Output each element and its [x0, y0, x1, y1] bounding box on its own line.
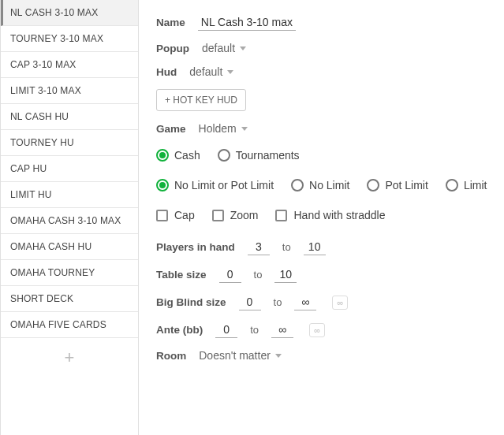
room-dropdown[interactable]: Doesn't matter — [199, 349, 282, 362]
radio-label: Cash — [174, 149, 200, 162]
radio-option[interactable]: Cash — [156, 149, 200, 162]
players-to-input[interactable] — [304, 239, 326, 255]
hotkey-hud-button[interactable]: + HOT KEY HUD — [156, 89, 246, 111]
chevron-down-icon — [240, 46, 246, 50]
sidebar-item[interactable]: OMAHA TOURNEY — [1, 260, 138, 286]
main-content: Name NL Cash 3-10 max Popup default Hud … — [139, 0, 504, 435]
radio-label: No Limit or Pot Limit — [174, 179, 274, 191]
limit-radio-group: No Limit or Pot LimitNo LimitPot LimitLi… — [156, 179, 498, 191]
checkbox-option[interactable]: Hand with straddle — [275, 209, 385, 221]
name-input[interactable]: NL Cash 3-10 max — [198, 14, 296, 31]
game-value: Holdem — [199, 122, 237, 135]
game-dropdown[interactable]: Holdem — [199, 122, 248, 135]
radio-option[interactable]: No Limit — [291, 179, 349, 191]
to-text: to — [274, 296, 282, 308]
sidebar-item[interactable]: SHORT DECK — [1, 286, 138, 312]
checkbox-option[interactable]: Cap — [156, 209, 195, 221]
hud-value: default — [189, 65, 222, 78]
sidebar-item[interactable]: NL CASH 3-10 MAX — [1, 0, 138, 26]
table-size-label: Table size — [156, 269, 207, 281]
checkbox-icon — [275, 210, 287, 221]
bb-to-input[interactable] — [294, 294, 316, 310]
game-label: Game — [156, 123, 186, 135]
bb-from-input[interactable] — [239, 294, 261, 310]
flags-checkbox-group: CapZoomHand with straddle — [156, 209, 498, 221]
sidebar-item[interactable]: OMAHA FIVE CARDS — [1, 312, 138, 338]
popup-value: default — [202, 42, 235, 54]
type-radio-group: CashTournaments — [156, 149, 498, 162]
radio-option[interactable]: Pot Limit — [367, 179, 427, 191]
infinity-button[interactable]: ∞ — [309, 323, 325, 337]
radio-icon — [446, 179, 458, 191]
name-label: Name — [156, 17, 185, 28]
hud-dropdown[interactable]: default — [189, 65, 233, 78]
popup-dropdown[interactable]: default — [202, 42, 246, 54]
radio-icon — [218, 149, 230, 162]
table-from-input[interactable] — [219, 266, 241, 283]
radio-option[interactable]: No Limit or Pot Limit — [156, 179, 274, 191]
sidebar: NL CASH 3-10 MAXTOURNEY 3-10 MAXCAP 3-10… — [0, 0, 139, 435]
radio-icon — [156, 179, 169, 191]
checkbox-icon — [212, 210, 224, 221]
hud-label: Hud — [156, 66, 177, 78]
radio-icon — [367, 179, 379, 191]
sidebar-item[interactable]: OMAHA CASH HU — [1, 234, 138, 260]
chevron-down-icon — [275, 354, 282, 358]
to-text: to — [250, 324, 259, 336]
to-text: to — [282, 241, 291, 253]
radio-option[interactable]: Tournaments — [218, 149, 300, 162]
add-profile-button[interactable]: + — [1, 338, 138, 377]
checkbox-label: Cap — [174, 209, 195, 221]
players-label: Players in hand — [156, 241, 235, 253]
chevron-down-icon — [241, 127, 248, 131]
room-value: Doesn't matter — [199, 349, 271, 362]
table-to-input[interactable] — [274, 266, 297, 283]
radio-icon — [291, 179, 304, 191]
sidebar-item[interactable]: CAP 3-10 MAX — [1, 52, 138, 78]
sidebar-item[interactable]: CAP HU — [1, 156, 138, 182]
ante-from-input[interactable] — [215, 322, 237, 338]
sidebar-item[interactable]: TOURNEY HU — [1, 130, 138, 156]
radio-label: Pot Limit — [385, 179, 427, 191]
sidebar-item[interactable]: LIMIT HU — [1, 182, 138, 208]
popup-label: Popup — [156, 43, 189, 54]
ante-label: Ante (bb) — [156, 324, 203, 336]
chevron-down-icon — [227, 70, 233, 74]
radio-label: Limit — [464, 179, 487, 191]
sidebar-item[interactable]: LIMIT 3-10 MAX — [1, 78, 138, 104]
room-label: Room — [156, 350, 186, 362]
bb-size-label: Big Blind size — [156, 296, 226, 308]
checkbox-label: Hand with straddle — [293, 209, 385, 221]
radio-icon — [156, 149, 169, 162]
ante-to-input[interactable] — [271, 322, 293, 338]
to-text: to — [254, 269, 263, 281]
radio-option[interactable]: Limit — [446, 179, 487, 191]
radio-label: Tournaments — [236, 149, 300, 162]
checkbox-option[interactable]: Zoom — [212, 209, 259, 221]
infinity-button[interactable]: ∞ — [332, 296, 348, 310]
sidebar-item[interactable]: TOURNEY 3-10 MAX — [1, 26, 138, 52]
players-from-input[interactable] — [248, 239, 270, 255]
sidebar-item[interactable]: NL CASH HU — [1, 104, 138, 130]
sidebar-item[interactable]: OMAHA CASH 3-10 MAX — [1, 208, 138, 234]
radio-label: No Limit — [309, 179, 349, 191]
checkbox-label: Zoom — [230, 209, 259, 221]
checkbox-icon — [156, 210, 168, 221]
